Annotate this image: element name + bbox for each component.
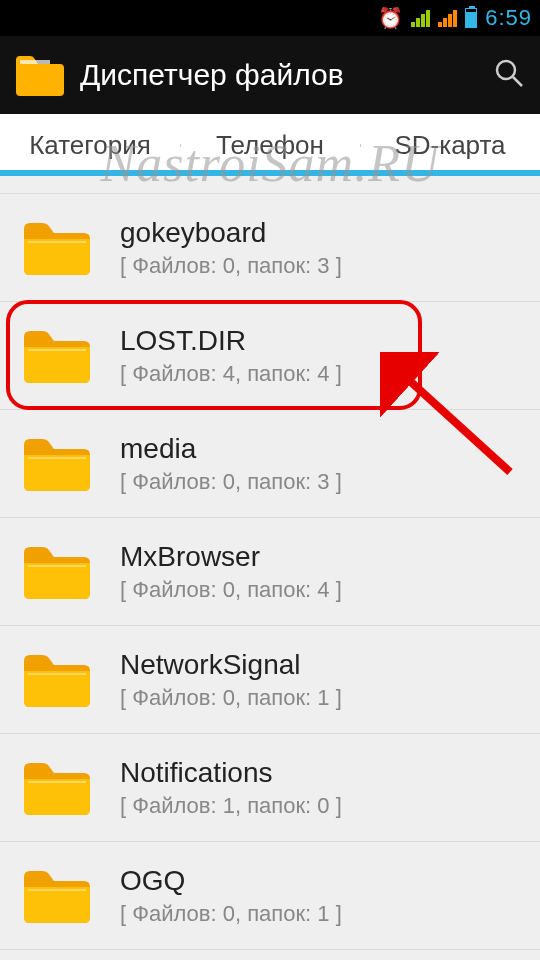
- folder-icon: [20, 867, 94, 925]
- tab-underline: [0, 170, 540, 176]
- list-item[interactable]: NetworkSignal[ Файлов: 0, папок: 1 ]: [0, 626, 540, 734]
- svg-line-2: [513, 77, 522, 86]
- folder-stats: [ Файлов: 0, папок: 4 ]: [120, 577, 342, 603]
- folder-icon: [20, 327, 94, 385]
- folder-icon: [20, 543, 94, 601]
- folder-name: OGQ: [120, 865, 342, 897]
- svg-point-1: [497, 61, 515, 79]
- status-bar: ⏰ 6:59: [0, 0, 540, 36]
- folder-icon: [20, 435, 94, 493]
- folder-name: NetworkSignal: [120, 649, 342, 681]
- folder-stats: [ Файлов: 0, папок: 3 ]: [120, 253, 342, 279]
- folder-name: MxBrowser: [120, 541, 342, 573]
- folder-name: gokeyboard: [120, 217, 342, 249]
- tab-sdcard[interactable]: SD-карта: [360, 130, 540, 161]
- file-list[interactable]: gokeyboard[ Файлов: 0, папок: 3 ]LOST.DI…: [0, 194, 540, 960]
- tab-category[interactable]: Категория: [0, 130, 180, 161]
- search-icon[interactable]: [492, 56, 526, 94]
- folder-stats: [ Файлов: 0, папок: 1 ]: [120, 685, 342, 711]
- folder-icon: [20, 759, 94, 817]
- folder-name: Notifications: [120, 757, 342, 789]
- list-item[interactable]: media[ Файлов: 0, папок: 3 ]: [0, 410, 540, 518]
- folder-name: LOST.DIR: [120, 325, 342, 357]
- list-item[interactable]: gokeyboard[ Файлов: 0, папок: 3 ]: [0, 194, 540, 302]
- folder-stats: [ Файлов: 4, папок: 4 ]: [120, 361, 342, 387]
- tab-bar: Категория Телефон SD-карта: [0, 114, 540, 176]
- signal-icon: [411, 10, 430, 27]
- folder-stats: [ Файлов: 0, папок: 1 ]: [120, 901, 342, 927]
- app-header: Диспетчер файлов: [0, 36, 540, 114]
- list-item[interactable]: MxBrowser[ Файлов: 0, папок: 4 ]: [0, 518, 540, 626]
- list-item[interactable]: LOST.DIR[ Файлов: 4, папок: 4 ]: [0, 302, 540, 410]
- folder-open-icon: [14, 54, 66, 96]
- folder-stats: [ Файлов: 1, папок: 0 ]: [120, 793, 342, 819]
- list-item[interactable]: OGQ[ Файлов: 0, папок: 1 ]: [0, 842, 540, 950]
- clock: 6:59: [485, 5, 532, 31]
- folder-icon: [20, 219, 94, 277]
- folder-stats: [ Файлов: 0, папок: 3 ]: [120, 469, 342, 495]
- battery-icon: [465, 8, 477, 28]
- alarm-icon: ⏰: [378, 6, 403, 30]
- signal-icon: [438, 10, 457, 27]
- tab-phone[interactable]: Телефон: [180, 130, 360, 161]
- page-title: Диспетчер файлов: [80, 58, 492, 92]
- list-item[interactable]: OpenSignal: [0, 950, 540, 960]
- list-item[interactable]: Notifications[ Файлов: 1, папок: 0 ]: [0, 734, 540, 842]
- folder-icon: [20, 651, 94, 709]
- divider: [0, 176, 540, 194]
- svg-rect-0: [20, 60, 50, 64]
- folder-name: media: [120, 433, 342, 465]
